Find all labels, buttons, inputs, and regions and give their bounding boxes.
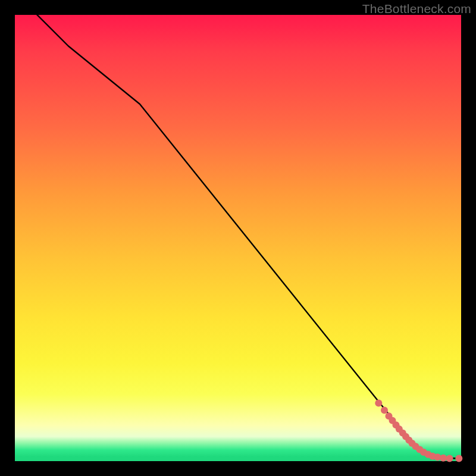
scatter-point	[455, 455, 462, 462]
chart-stage: TheBottleneck.com	[0, 0, 476, 476]
scatter-point	[446, 455, 453, 462]
chart-svg	[15, 15, 461, 461]
scatter-point	[440, 455, 447, 462]
chart-scatter	[375, 400, 462, 462]
plot-area	[15, 15, 461, 461]
watermark-text: TheBottleneck.com	[362, 2, 471, 16]
scatter-point	[381, 407, 388, 414]
scatter-point	[375, 400, 382, 407]
chart-line	[15, 0, 461, 459]
